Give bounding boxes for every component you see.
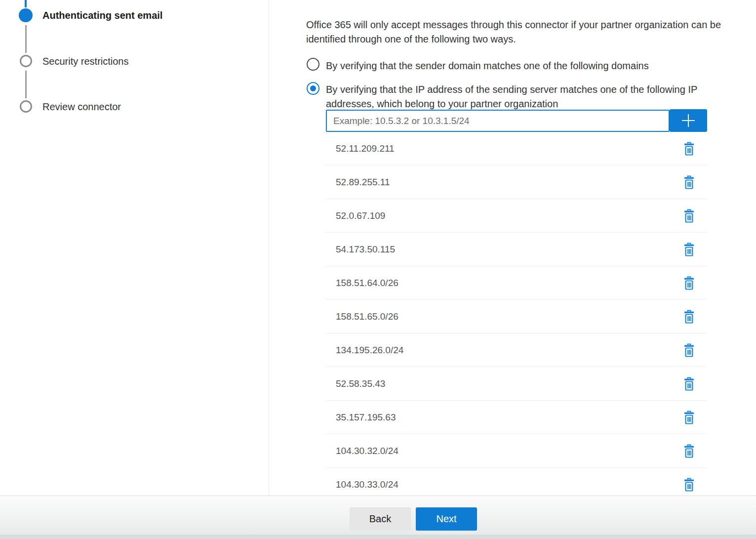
plus-icon bbox=[680, 113, 696, 128]
back-button[interactable]: Back bbox=[350, 507, 411, 531]
trash-icon bbox=[684, 243, 694, 256]
step-circle-icon bbox=[20, 55, 32, 67]
ip-list-row: 35.157.195.63 bbox=[326, 401, 707, 434]
ip-address: 158.51.64.0/26 bbox=[336, 278, 398, 289]
ip-address: 104.30.32.0/24 bbox=[336, 446, 398, 456]
step-circle-icon bbox=[20, 100, 32, 113]
radio-ip-address[interactable] bbox=[307, 82, 319, 95]
ip-address: 52.58.35.43 bbox=[336, 378, 385, 389]
delete-ip-button[interactable] bbox=[683, 141, 695, 157]
step-authenticating-sent-email[interactable]: Authenticating sent email bbox=[42, 10, 162, 21]
trash-icon bbox=[684, 209, 694, 223]
intro-text: Office 365 will only accept messages thr… bbox=[306, 18, 753, 46]
ip-list-row: 54.173.50.115 bbox=[326, 233, 707, 266]
ip-list-row: 158.51.65.0/26 bbox=[326, 300, 707, 333]
radio-selected-dot-icon bbox=[310, 85, 316, 91]
trash-icon bbox=[684, 343, 694, 357]
ip-list-row: 104.30.33.0/24 bbox=[326, 468, 707, 496]
delete-ip-button[interactable] bbox=[683, 443, 695, 459]
delete-ip-button[interactable] bbox=[683, 275, 695, 291]
ip-list-row: 52.58.35.43 bbox=[326, 367, 707, 401]
add-ip-button[interactable] bbox=[670, 109, 707, 132]
wizard-footer: Back Next bbox=[0, 496, 756, 539]
trash-icon bbox=[684, 377, 694, 391]
stepper-rail-top bbox=[25, 0, 27, 7]
ip-address: 104.30.33.0/24 bbox=[336, 479, 398, 490]
step-current-circle-icon bbox=[19, 8, 33, 22]
ip-list-row: 52.11.209.211 bbox=[326, 132, 707, 166]
delete-ip-button[interactable] bbox=[683, 309, 695, 325]
ip-list-row: 134.195.26.0/24 bbox=[326, 333, 707, 367]
next-button[interactable]: Next bbox=[416, 507, 477, 531]
delete-ip-button[interactable] bbox=[683, 376, 695, 392]
ip-address: 52.0.67.109 bbox=[336, 210, 385, 221]
trash-icon bbox=[684, 276, 694, 290]
trash-icon bbox=[684, 310, 694, 324]
trash-icon bbox=[684, 478, 694, 492]
delete-ip-button[interactable] bbox=[683, 208, 695, 224]
radio-sender-domain[interactable] bbox=[307, 58, 319, 71]
ip-list-row: 52.0.67.109 bbox=[326, 199, 707, 233]
wizard-stepper: Authenticating sent email Security restr… bbox=[0, 0, 269, 496]
ip-address-input[interactable] bbox=[326, 110, 670, 132]
radio-ip-address-label[interactable]: By verifying that the IP address of the … bbox=[326, 83, 731, 111]
delete-ip-button[interactable] bbox=[683, 477, 695, 493]
ip-list: 52.11.209.211 52.89.255.11 bbox=[326, 132, 707, 496]
delete-ip-button[interactable] bbox=[683, 242, 695, 257]
ip-address: 35.157.195.63 bbox=[336, 412, 396, 423]
trash-icon bbox=[684, 444, 694, 458]
ip-address: 134.195.26.0/24 bbox=[336, 345, 403, 356]
trash-icon bbox=[684, 142, 694, 156]
step-review-connector[interactable]: Review connector bbox=[42, 101, 121, 113]
delete-ip-button[interactable] bbox=[683, 174, 695, 190]
ip-address: 52.11.209.211 bbox=[336, 143, 395, 154]
trash-icon bbox=[684, 175, 694, 189]
step-security-restrictions[interactable]: Security restrictions bbox=[42, 56, 129, 67]
radio-sender-domain-label[interactable]: By verifying that the sender domain matc… bbox=[326, 59, 741, 73]
ip-list-row: 52.89.255.11 bbox=[326, 166, 707, 199]
ip-list-row: 158.51.64.0/26 bbox=[326, 266, 707, 300]
ip-list-row: 104.30.32.0/24 bbox=[326, 434, 707, 468]
ip-address: 54.173.50.115 bbox=[336, 244, 395, 255]
connector-wizard-page: Authenticating sent email Security restr… bbox=[0, 0, 756, 539]
stepper-rail-segment bbox=[25, 71, 27, 98]
delete-ip-button[interactable] bbox=[683, 342, 695, 358]
authenticating-sent-email-panel: Office 365 will only accept messages thr… bbox=[270, 0, 756, 496]
delete-ip-button[interactable] bbox=[683, 410, 695, 425]
ip-address: 158.51.65.0/26 bbox=[336, 311, 398, 322]
trash-icon bbox=[684, 411, 694, 424]
stepper-rail-segment bbox=[25, 25, 27, 53]
ip-address: 52.89.255.11 bbox=[336, 177, 390, 188]
